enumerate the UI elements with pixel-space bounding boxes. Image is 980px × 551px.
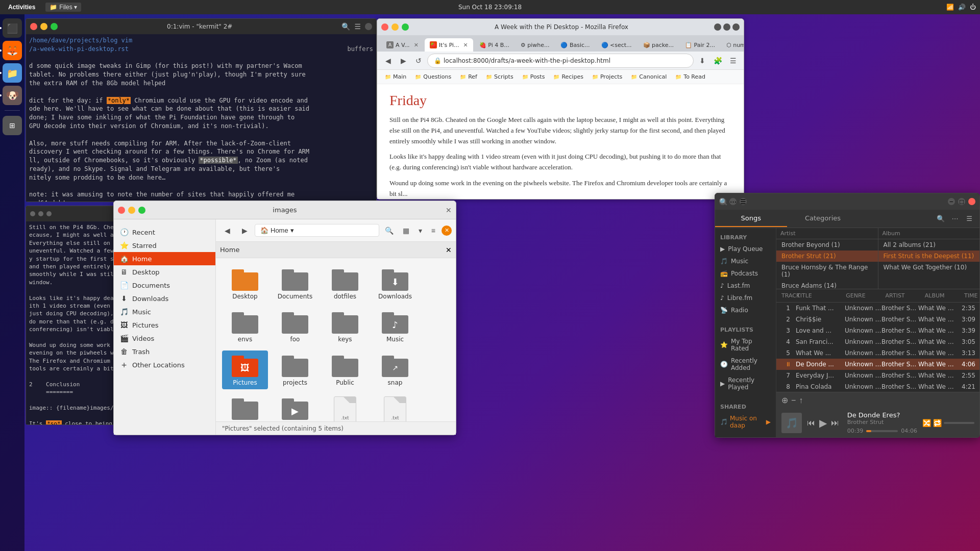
sidebar-top-rated[interactable]: ⭐ My Top Rated	[715, 335, 776, 355]
file-item-music[interactable]: ♪ Music	[372, 307, 418, 346]
dock-files[interactable]: 📁	[3, 63, 22, 83]
music-remove-button[interactable]: −	[791, 396, 796, 405]
browser-tab-its-pi[interactable]: 🍓 It's Pi... ✕	[425, 38, 473, 52]
browser-tab-pair2[interactable]: 📋 Pair 2...	[680, 38, 720, 52]
tab-close[interactable]: ✕	[414, 42, 419, 48]
artist-item-selected[interactable]: Brother Strut (21)	[776, 251, 878, 262]
bookmark-toread[interactable]: 📁 To Read	[672, 72, 708, 82]
music-tab-categories[interactable]: Categories	[787, 211, 859, 227]
file-item-templates[interactable]: Templates	[222, 393, 268, 421]
terminal-search-icon[interactable]: 🔍 ☰	[341, 22, 372, 31]
file-item-public[interactable]: Public	[322, 350, 368, 389]
files-forward-button[interactable]: ▶	[237, 223, 252, 238]
file-item-documents[interactable]: Documents	[272, 264, 318, 303]
terminal-close-button[interactable]	[30, 23, 37, 30]
music-more-icon[interactable]: ⋯	[949, 213, 961, 225]
files-search-button[interactable]: 🔍	[382, 223, 397, 238]
file-item-desktop-notes[interactable]: .txt desktop_notes.txt	[372, 393, 418, 421]
terminal2-body[interactable]: Still on the Pi4 8Gb. Cheated on ecause,…	[26, 221, 127, 424]
files-maximize-button[interactable]	[138, 207, 145, 214]
bookmark-posts[interactable]: 📁 Posts	[519, 72, 548, 82]
tab-close-active[interactable]: ✕	[463, 42, 468, 48]
music-tab-songs[interactable]: Songs	[715, 211, 787, 227]
browser-downloads-button[interactable]: ⬇	[696, 54, 709, 67]
terminal-body[interactable]: /home/dave/projects/blog vim /a-week-wit…	[26, 34, 376, 202]
files-view-toggle2[interactable]: ▾	[415, 224, 425, 237]
browser-tab-piwhe[interactable]: ⚙ piwhe...	[516, 38, 555, 52]
breadcrumb-button[interactable]: 🏠 Home ▾	[255, 224, 379, 237]
album-item[interactable]: What We Got Together (10)	[878, 262, 980, 273]
browser-tab-av[interactable]: A A V... ✕	[381, 38, 424, 52]
album-item-selected[interactable]: First Strut is the Deepest (11)	[878, 251, 980, 262]
bookmark-questions[interactable]: 📁 Questions	[411, 72, 454, 82]
sidebar-recently-played[interactable]: ▶ Recently Played	[715, 374, 776, 393]
bookmark-ref[interactable]: 📁 Ref	[456, 72, 480, 82]
terminal-minimize-button[interactable]	[40, 23, 47, 30]
sidebar-item-starred[interactable]: ⭐ Starred	[114, 239, 215, 252]
browser-tab-basic[interactable]: 🔵 Basic...	[555, 38, 595, 52]
sidebar-item-home[interactable]: 🏠 Home	[114, 252, 215, 265]
music-eq-icon[interactable]: ☰	[963, 213, 975, 225]
music-menu-btn[interactable]: ⋯	[729, 198, 737, 205]
browser-extensions-button[interactable]: 🧩	[711, 54, 724, 67]
browser-tab-packe[interactable]: 📦 packe...	[638, 38, 679, 52]
file-item-videos[interactable]: ▶ Videos	[272, 393, 318, 421]
browser-refresh-button[interactable]: ↺	[412, 54, 425, 67]
prev-button[interactable]: ⏮	[807, 418, 815, 428]
sidebar-item-downloads[interactable]: ⬇ Downloads	[114, 292, 215, 305]
file-item-bootconf[interactable]: .txt bootconf.txt	[322, 393, 368, 421]
sidebar-recently-added[interactable]: 🕐 Recently Added	[715, 355, 776, 374]
browser-menu-button[interactable]: ☰	[726, 54, 740, 67]
music-close-btn[interactable]	[968, 198, 975, 205]
file-item-projects[interactable]: projects	[272, 350, 318, 389]
bookmark-canonical[interactable]: 📁 Canonical	[627, 72, 670, 82]
track-row-3[interactable]: 3 Love and ... Unknown g... Brother Stru…	[776, 325, 979, 336]
music-scroll-button[interactable]: ↑	[799, 396, 803, 405]
bookmark-recipes[interactable]: 📁 Recipes	[550, 72, 586, 82]
track-row-7[interactable]: 7 Everyday J... Unknown g... Brother Str…	[776, 370, 979, 381]
sidebar-podcasts[interactable]: 📻 Podcasts	[715, 267, 776, 280]
repeat-button[interactable]: 🔁	[933, 419, 942, 427]
artist-item[interactable]: Brother Beyond (1)	[776, 239, 878, 251]
terminal-close-x[interactable]	[365, 23, 372, 30]
music-eq-btn[interactable]: ☰	[740, 198, 747, 205]
browser-url-bar[interactable]: 🔒 localhost:8000/drafts/a-week-with-the-…	[427, 54, 694, 68]
files-back-button[interactable]: ◀	[220, 223, 234, 238]
sidebar-music[interactable]: 🎵 Music	[715, 255, 776, 267]
sidebar-item-other[interactable]: + Other Locations	[114, 358, 215, 371]
files-close-button[interactable]	[118, 207, 125, 214]
file-item-keys[interactable]: keys	[322, 307, 368, 346]
bookmark-scripts[interactable]: 📁 Scripts	[482, 72, 517, 82]
track-row-2[interactable]: 2 Chri$$ie Unknown g... Brother Strut Wh…	[776, 314, 979, 325]
artist-item[interactable]: Bruce Adams (14)	[776, 280, 878, 289]
browser-minimize-button[interactable]	[391, 23, 399, 31]
artist-item[interactable]: Bruce Hornsby & The Range (1)	[776, 262, 878, 280]
file-item-envs[interactable]: envs	[222, 307, 268, 346]
browser-top-ctrl[interactable]	[714, 23, 721, 31]
sidebar-item-recent[interactable]: 🕐 Recent	[114, 226, 215, 239]
shuffle-button[interactable]: 🔀	[922, 419, 931, 427]
files-view-toggle1[interactable]: ▦	[400, 224, 412, 237]
home-tab-close[interactable]: ✕	[446, 246, 452, 254]
track-row-8[interactable]: 8 Pina Colada Unknown g... Brother Strut…	[776, 381, 979, 392]
files-view-list[interactable]: ≡	[428, 224, 438, 237]
browser-close-button[interactable]	[381, 23, 388, 31]
files-close-x[interactable]: ✕	[446, 206, 452, 214]
file-item-foo[interactable]: foo	[272, 307, 318, 346]
album-item[interactable]: All 2 albums (21)	[878, 239, 980, 251]
track-row-4[interactable]: 4 San Franci... Unknown g... Brother Str…	[776, 336, 979, 347]
file-item-dotfiles[interactable]: dotfiles	[322, 264, 368, 303]
browser-back-button[interactable]: ◀	[381, 54, 395, 67]
volume-slider[interactable]	[944, 422, 974, 424]
sidebar-item-documents[interactable]: 📄 Documents	[114, 279, 215, 292]
play-button[interactable]: ▶	[819, 417, 827, 429]
sidebar-librefm[interactable]: ♪ Libre.fm	[715, 292, 776, 304]
browser-tab-sect[interactable]: 🔵 <sect...	[596, 38, 637, 52]
bookmark-main[interactable]: 📁 Main	[381, 72, 409, 82]
sidebar-lastfm[interactable]: ♪ Last.fm	[715, 280, 776, 292]
browser-tab-pi4b[interactable]: 🍓 Pi 4 B...	[474, 38, 514, 52]
dock-firefox[interactable]: 🦊	[3, 41, 22, 60]
terminal-maximize-button[interactable]	[51, 23, 58, 30]
file-item-snap[interactable]: ↗ snap	[372, 350, 418, 389]
sidebar-music-daap[interactable]: 🎵 Music on daap ▶	[715, 412, 776, 432]
